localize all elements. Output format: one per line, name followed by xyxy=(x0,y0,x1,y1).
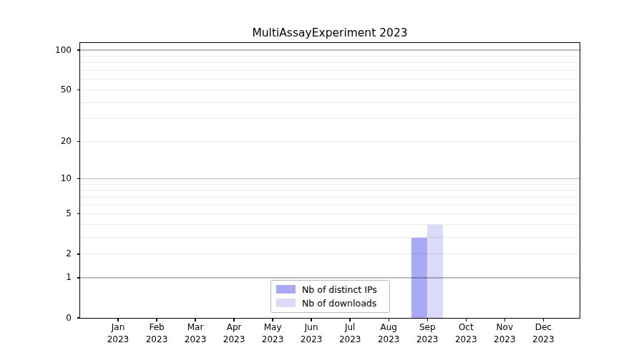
y-tick xyxy=(77,277,81,278)
x-tick-label: Sep2023 xyxy=(408,321,447,346)
y-tick-label: 100 xyxy=(39,44,72,57)
x-tick-label: Jul2023 xyxy=(331,321,369,346)
gridline-minor xyxy=(80,205,580,205)
x-tick-month: Jan xyxy=(99,321,137,334)
legend-swatch xyxy=(276,299,296,307)
gridline-minor xyxy=(80,197,580,198)
gridline-minor xyxy=(80,102,580,103)
gridline-minor xyxy=(80,253,580,254)
legend-label: Nb of distinct IPs xyxy=(302,284,377,295)
y-tick-label: 2 xyxy=(39,248,72,260)
gridline-minor xyxy=(80,141,580,142)
x-tick-year: 2023 xyxy=(447,334,485,346)
x-tick-label: Mar2023 xyxy=(176,321,215,346)
chart: MultiAssayExperiment 2023 0125102050100J… xyxy=(0,0,644,358)
gridline-minor xyxy=(80,56,580,57)
x-tick-year: 2023 xyxy=(524,334,562,346)
y-tick-label: 0 xyxy=(39,312,72,324)
y-tick xyxy=(77,90,81,90)
gridline-minor xyxy=(80,62,580,63)
gridline-major xyxy=(80,178,580,179)
x-tick-month: Jul xyxy=(331,321,369,334)
gridline-minor xyxy=(80,190,580,190)
x-tick-label: Dec2023 xyxy=(524,321,562,346)
y-tick-label: 20 xyxy=(39,135,72,147)
y-tick-label: 5 xyxy=(39,208,72,220)
x-tick-year: 2023 xyxy=(331,334,369,346)
x-tick-label: May2023 xyxy=(253,321,292,346)
gridline-minor xyxy=(80,237,580,238)
x-tick-year: 2023 xyxy=(137,334,176,346)
gridline-minor xyxy=(80,90,580,90)
gridline-major xyxy=(80,49,580,50)
x-tick-label: Jun2023 xyxy=(292,321,331,346)
y-tick-label: 10 xyxy=(39,173,72,185)
bar-downloads-sep xyxy=(427,225,443,318)
y-tick xyxy=(77,317,81,318)
gridline-minor xyxy=(80,213,580,214)
x-tick-month: Sep xyxy=(408,321,447,334)
x-tick-month: Apr xyxy=(215,321,253,334)
gridline-major xyxy=(80,277,580,278)
x-tick-month: Feb xyxy=(137,321,176,334)
legend-entry: Nb of downloads xyxy=(276,298,389,309)
x-tick-month: Mar xyxy=(176,321,215,334)
legend-entry: Nb of distinct IPs xyxy=(276,284,389,295)
y-tick xyxy=(77,253,81,254)
x-tick-month: Oct xyxy=(447,321,485,334)
y-tick xyxy=(77,49,81,50)
x-tick-year: 2023 xyxy=(253,334,292,346)
gridline-minor xyxy=(80,224,580,225)
y-tick xyxy=(77,178,81,179)
x-tick-month: Nov xyxy=(485,321,524,334)
gridline-minor xyxy=(80,184,580,185)
x-tick-label: Feb2023 xyxy=(137,321,176,346)
y-tick xyxy=(77,213,81,214)
x-tick-year: 2023 xyxy=(369,334,408,346)
x-tick-year: 2023 xyxy=(292,334,331,346)
x-tick-year: 2023 xyxy=(215,334,253,346)
x-tick-label: Oct2023 xyxy=(447,321,485,346)
x-tick-month: Jun xyxy=(292,321,331,334)
x-tick-month: Dec xyxy=(524,321,562,334)
y-tick xyxy=(77,141,81,142)
legend-label: Nb of downloads xyxy=(302,298,376,309)
x-tick-label: Jan2023 xyxy=(99,321,137,346)
x-tick-label: Nov2023 xyxy=(485,321,524,346)
x-tick-year: 2023 xyxy=(485,334,524,346)
x-tick-year: 2023 xyxy=(176,334,215,346)
y-tick-label: 1 xyxy=(39,271,72,284)
plot-area: 0125102050100Jan2023Feb2023Mar2023Apr202… xyxy=(0,0,644,358)
x-tick-year: 2023 xyxy=(99,334,137,346)
gridline-minor xyxy=(80,118,580,119)
legend: Nb of distinct IPsNb of downloads xyxy=(270,280,390,313)
x-tick-label: Aug2023 xyxy=(369,321,408,346)
legend-swatch xyxy=(276,285,296,294)
y-tick-label: 50 xyxy=(39,84,72,96)
x-tick-month: May xyxy=(253,321,292,334)
gridline-minor xyxy=(80,70,580,71)
x-tick-month: Aug xyxy=(369,321,408,334)
gridline-minor xyxy=(80,79,580,79)
x-tick-label: Apr2023 xyxy=(215,321,253,346)
x-tick-year: 2023 xyxy=(408,334,447,346)
